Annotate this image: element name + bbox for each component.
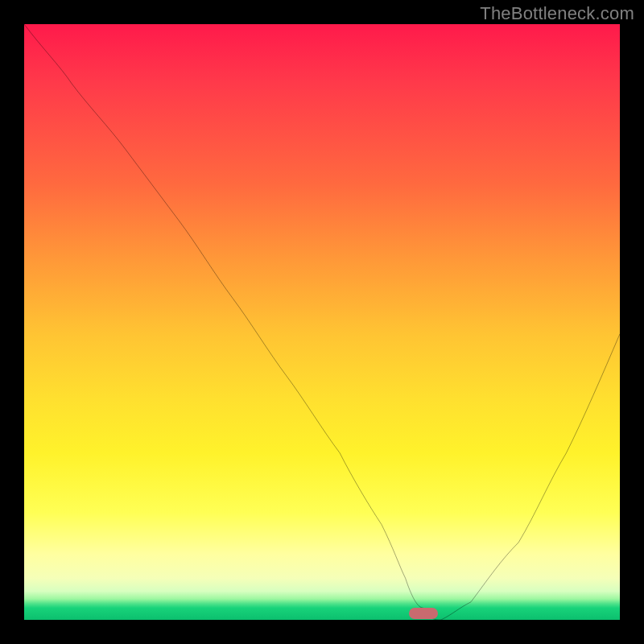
optimal-marker [409, 608, 438, 619]
chart-frame: TheBottleneck.com [0, 0, 644, 644]
curve-path [24, 24, 620, 620]
plot-area [24, 24, 620, 620]
bottleneck-curve [24, 24, 620, 620]
watermark-text: TheBottleneck.com [480, 3, 634, 24]
